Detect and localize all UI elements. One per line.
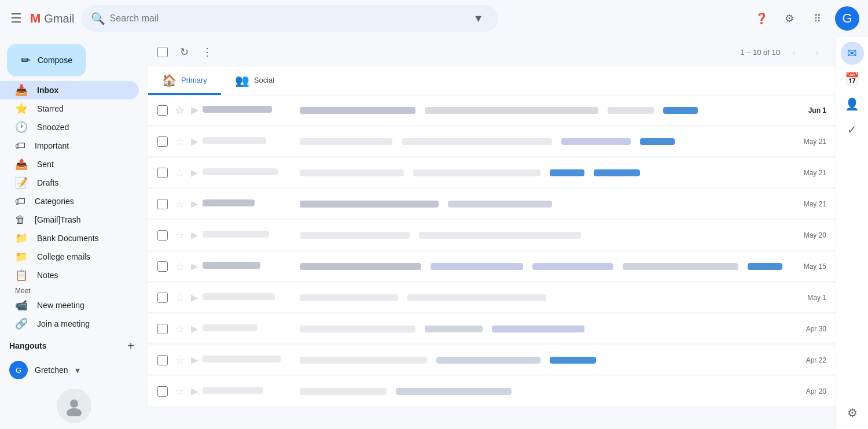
email-checkbox[interactable] — [157, 355, 168, 365]
next-page-button[interactable]: › — [808, 43, 826, 61]
side-panel-mail-button[interactable]: ✉ — [841, 42, 864, 65]
table-row[interactable]: ☆ ▶ May 15 — [148, 252, 836, 282]
compose-button[interactable]: ✏ Compose — [7, 44, 86, 76]
search-bar: 🔍 ▼ — [82, 5, 498, 32]
sidebar-item-starred[interactable]: ⭐ Starred — [0, 99, 139, 118]
email-toolbar: ↻ ⋮ 1 – 10 of 10 ‹ › — [148, 37, 836, 67]
hangouts-label: Hangouts — [9, 341, 47, 350]
sidebar-item-label: Drafts — [37, 178, 130, 187]
add-hangout-button[interactable]: + — [123, 338, 139, 354]
star-icon[interactable]: ☆ — [175, 291, 184, 304]
gmail-logo: M Gmail — [30, 11, 75, 26]
help-button[interactable]: ❓ — [750, 7, 773, 30]
forward-icon: ▶ — [191, 386, 198, 397]
side-panel-settings-button[interactable]: ⚙ — [841, 401, 864, 424]
refresh-button[interactable]: ↻ — [175, 43, 193, 61]
sidebar-item-inbox[interactable]: 📥 Inbox — [0, 81, 139, 99]
sidebar-item-categories[interactable]: 🏷 Categories — [0, 192, 139, 210]
table-row[interactable]: ☆ ▶ Apr 22 — [148, 345, 836, 375]
email-checkbox[interactable] — [157, 230, 168, 241]
sidebar-item-college-emails[interactable]: 📁 College emails — [0, 247, 139, 266]
sidebar-item-new-meeting[interactable]: 📹 New meeting — [0, 296, 139, 315]
table-row[interactable]: ☆ ▶ Jun 1 — [148, 95, 836, 125]
star-icon[interactable]: ☆ — [175, 260, 184, 273]
star-icon[interactable]: ☆ — [175, 135, 184, 148]
star-icon[interactable]: ☆ — [175, 167, 184, 179]
sidebar-item-snoozed[interactable]: 🕐 Snoozed — [0, 118, 139, 136]
notes-icon: 📋 — [15, 269, 28, 282]
email-date: May 21 — [804, 169, 826, 177]
email-date: Apr 20 — [806, 387, 826, 395]
email-checkbox[interactable] — [157, 199, 168, 209]
college-emails-icon: 📁 — [15, 250, 28, 263]
hangout-contact[interactable]: G Gretchen ▾ — [9, 358, 139, 382]
apps-button[interactable]: ⠿ — [806, 7, 829, 30]
compose-icon: ✏ — [21, 53, 31, 67]
email-date: May 1 — [807, 294, 826, 302]
side-panel-calendar-button[interactable]: 📅 — [841, 67, 864, 90]
tab-primary[interactable]: 🏠 Primary — [148, 67, 221, 95]
email-sender — [203, 262, 295, 271]
gmail-logo-text: Gmail — [44, 12, 74, 25]
email-content — [300, 357, 801, 364]
email-checkbox[interactable] — [157, 386, 168, 397]
star-icon[interactable]: ☆ — [175, 104, 184, 117]
join-meeting-icon: 🔗 — [15, 317, 28, 330]
email-content — [300, 388, 801, 395]
hamburger-button[interactable]: ☰ — [7, 9, 25, 28]
sidebar-item-bank-documents[interactable]: 📁 Bank Documents — [0, 229, 139, 247]
star-icon[interactable]: ☆ — [175, 385, 184, 398]
select-all-checkbox[interactable] — [157, 47, 168, 57]
no-hangouts-avatar — [57, 389, 91, 423]
forward-icon: ▶ — [191, 198, 198, 209]
email-content — [300, 201, 799, 208]
sidebar-item-join-meeting[interactable]: 🔗 Join a meeting — [0, 315, 139, 333]
avatar[interactable]: G — [833, 5, 861, 32]
email-date: May 20 — [804, 231, 826, 239]
table-row[interactable]: ☆ ▶ May 21 — [148, 189, 836, 219]
star-icon[interactable]: ☆ — [175, 354, 184, 367]
bank-docs-icon: 📁 — [15, 232, 28, 245]
sidebar-item-sent[interactable]: 📤 Sent — [0, 155, 139, 173]
email-checkbox[interactable] — [157, 293, 168, 303]
side-panel-contacts-button[interactable]: 👤 — [841, 93, 864, 116]
table-row[interactable]: ☆ ▶ May 1 — [148, 283, 836, 313]
sidebar-item-label: Bank Documents — [37, 234, 130, 243]
gretchen-avatar: G — [9, 361, 28, 379]
table-row[interactable]: ☆ ▶ Apr 20 — [148, 376, 836, 406]
email-sender — [203, 231, 295, 239]
search-input[interactable] — [110, 13, 464, 24]
email-content — [300, 169, 799, 176]
email-checkbox[interactable] — [157, 168, 168, 178]
star-icon[interactable]: ☆ — [175, 229, 184, 242]
star-icon[interactable]: ☆ — [175, 323, 184, 335]
email-checkbox[interactable] — [157, 105, 168, 116]
table-row[interactable]: ☆ ▶ Apr 30 — [148, 314, 836, 344]
table-row[interactable]: ☆ ▶ May 20 — [148, 220, 836, 250]
sidebar-item-important[interactable]: 🏷 Important — [0, 136, 139, 155]
email-content — [300, 232, 799, 239]
table-row[interactable]: ☆ ▶ May 21 — [148, 127, 836, 157]
side-panel-tasks-button[interactable]: ✓ — [841, 118, 864, 141]
prev-page-button[interactable]: ‹ — [785, 43, 803, 61]
chevron-down-icon[interactable]: ▾ — [75, 365, 80, 376]
more-options-button[interactable]: ⋮ — [198, 43, 216, 61]
search-options-button[interactable]: ▼ — [468, 8, 489, 29]
sidebar-item-gmail-trash[interactable]: 🗑 [Gmail]Trash — [0, 210, 139, 229]
tab-social[interactable]: 👥 Social — [221, 67, 288, 95]
star-icon[interactable]: ☆ — [175, 198, 184, 210]
sidebar-item-drafts[interactable]: 📝 Drafts — [0, 173, 139, 192]
table-row[interactable]: ☆ ▶ May 21 — [148, 158, 836, 188]
forward-icon: ▶ — [191, 167, 198, 178]
sidebar-item-label: Snoozed — [37, 123, 130, 132]
sidebar-item-label: [Gmail]Trash — [35, 215, 130, 224]
topbar-right: ❓ ⚙ ⠿ G — [750, 5, 861, 32]
email-checkbox[interactable] — [157, 324, 168, 334]
svg-point-0 — [70, 400, 78, 408]
settings-button[interactable]: ⚙ — [778, 7, 801, 30]
new-meeting-icon: 📹 — [15, 299, 28, 312]
sidebar-item-notes[interactable]: 📋 Notes — [0, 266, 139, 284]
email-checkbox[interactable] — [157, 261, 168, 272]
sidebar-item-label: Categories — [35, 197, 130, 206]
email-checkbox[interactable] — [157, 136, 168, 147]
